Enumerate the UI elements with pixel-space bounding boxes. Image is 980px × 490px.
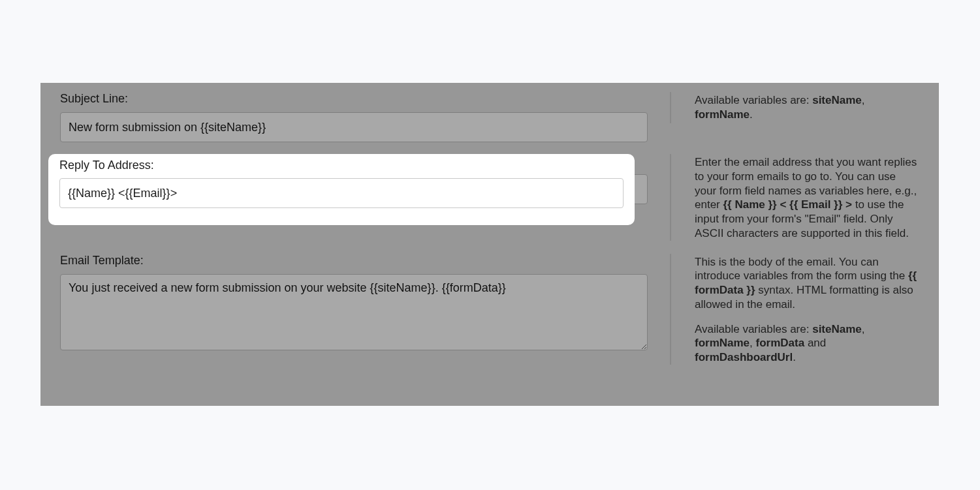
- subject-label: Subject Line:: [60, 92, 648, 106]
- replyto-help: Enter the email address that you want re…: [695, 154, 919, 241]
- replyto-highlight-card: Reply To Address:: [48, 154, 635, 225]
- template-vars-connector: and: [804, 337, 826, 349]
- template-left: Email Template:: [60, 254, 648, 353]
- replyto-label: Reply To Address:: [59, 159, 624, 172]
- subject-help-prefix: Available variables are:: [695, 94, 812, 106]
- form-settings-panel: Subject Line: Available variables are: s…: [40, 83, 939, 406]
- subject-var-0: siteName: [812, 94, 862, 106]
- template-vars-suffix: .: [793, 351, 796, 363]
- row-subject: Subject Line: Available variables are: s…: [40, 83, 939, 142]
- subject-help-suffix: .: [750, 108, 753, 121]
- template-var-last: formDashboardUrl: [695, 351, 793, 363]
- template-var-2: formData: [756, 337, 805, 349]
- subject-help-col: Available variables are: siteName, formN…: [670, 92, 919, 123]
- template-vars-help: Available variables are: siteName, formN…: [695, 321, 919, 365]
- subject-help: Available variables are: siteName, formN…: [695, 92, 919, 122]
- replyto-help-col: Enter the email address that you want re…: [670, 154, 919, 241]
- replyto-input[interactable]: [59, 178, 624, 208]
- template-textarea[interactable]: [60, 274, 648, 350]
- row-template: Email Template: This is the body of the …: [40, 241, 939, 365]
- template-label: Email Template:: [60, 254, 648, 268]
- subject-var-1: formName: [695, 108, 750, 121]
- template-vars-prefix: Available variables are:: [695, 323, 812, 335]
- replyto-help-var: {{ Name }} < {{ Email }} >: [723, 198, 852, 211]
- template-body-prefix: This is the body of the email. You can i…: [695, 256, 908, 283]
- subject-input[interactable]: [60, 112, 648, 142]
- template-help-col: This is the body of the email. You can i…: [670, 254, 919, 365]
- template-var-0: siteName: [812, 323, 862, 335]
- template-var-1: formName: [695, 337, 750, 349]
- template-body-help: This is the body of the email. You can i…: [695, 254, 919, 312]
- comma: ,: [862, 94, 865, 106]
- subject-left: Subject Line:: [60, 92, 648, 142]
